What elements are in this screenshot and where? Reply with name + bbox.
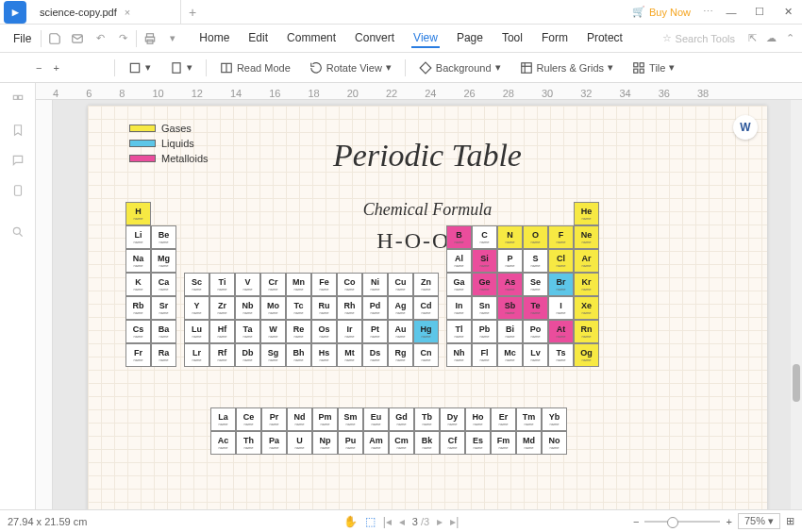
next-page-button[interactable]: ▸	[437, 515, 443, 528]
mail-icon[interactable]	[68, 29, 87, 48]
element-Pd: Pdname	[362, 296, 388, 320]
menu-edit[interactable]: Edit	[246, 29, 270, 48]
element-Lu: Luname	[184, 320, 209, 343]
print-dropdown-icon[interactable]: ▾	[163, 29, 182, 48]
svg-rect-14	[640, 69, 643, 73]
share-icon[interactable]: ⇱	[748, 32, 757, 44]
element-Pa: Paname	[261, 431, 287, 455]
add-tab-button[interactable]: +	[181, 5, 204, 20]
fit-dropdown[interactable]: ▾	[123, 59, 157, 76]
search-tools[interactable]: ☆ Search Tools	[662, 32, 735, 44]
file-menu[interactable]: File	[8, 32, 37, 45]
buy-now-button[interactable]: 🛒 Buy Now	[632, 6, 691, 18]
element-Li: Liname	[125, 225, 151, 249]
last-page-button[interactable]: ▸|	[450, 515, 459, 528]
comment-icon[interactable]	[8, 151, 27, 170]
element-Os: Osname	[311, 320, 337, 343]
svg-rect-11	[634, 62, 638, 66]
horizontal-ruler: 468101214161820222426283032343638	[36, 83, 802, 100]
zoom-in-button[interactable]: +	[53, 62, 58, 74]
rotate-view-button[interactable]: Rotate View ▾	[304, 59, 397, 76]
element-Pr: Prname	[261, 407, 287, 431]
document-tab[interactable]: science-copy.pdf ×	[30, 0, 181, 24]
legend: Gases Liquids Metalloids	[129, 123, 209, 168]
tile-button[interactable]: Tile ▾	[627, 59, 680, 76]
menu-comment[interactable]: Comment	[285, 29, 338, 48]
undo-icon[interactable]: ↶	[91, 29, 109, 48]
element-Y: Yname	[184, 296, 209, 320]
zoom-dropdown[interactable]: 75% ▾	[738, 513, 780, 529]
legend-metalloid-swatch	[129, 155, 156, 162]
menu-view[interactable]: View	[411, 29, 440, 48]
svg-rect-17	[14, 186, 21, 196]
maximize-button[interactable]: ☐	[745, 0, 774, 25]
legend-liquid-swatch	[129, 140, 156, 147]
read-mode-button[interactable]: Read Mode	[214, 59, 296, 76]
menu-convert[interactable]: Convert	[353, 29, 396, 48]
cart-icon: 🛒	[632, 6, 645, 18]
bookmark-icon[interactable]	[8, 121, 27, 140]
element-Sb: Sbname	[497, 296, 523, 320]
element-Tc: Tcname	[286, 296, 311, 320]
select-tool-icon[interactable]: ⬚	[365, 515, 376, 528]
save-icon[interactable]	[45, 29, 64, 48]
svg-rect-12	[640, 62, 643, 66]
hand-tool-icon[interactable]: ✋	[343, 515, 358, 528]
menu-form[interactable]: Form	[540, 29, 570, 48]
zoom-slider[interactable]	[644, 521, 720, 523]
minimize-button[interactable]: —	[717, 0, 745, 25]
settings-icon[interactable]: ⋯	[698, 3, 717, 22]
element-Mo: Moname	[260, 296, 286, 320]
close-tab-icon[interactable]: ×	[125, 7, 130, 18]
element-U: Uname	[287, 431, 312, 455]
element-Ti: Tiname	[209, 273, 235, 296]
element-K: Kname	[125, 273, 151, 296]
page-layout-dropdown[interactable]: ▾	[164, 59, 198, 76]
sidebar	[0, 83, 36, 509]
search-sidebar-icon[interactable]	[8, 223, 27, 241]
word-export-icon[interactable]: W	[733, 115, 758, 140]
zoom-minus-button[interactable]: −	[633, 516, 639, 527]
prev-page-button[interactable]: ◂	[399, 515, 405, 528]
menu-protect[interactable]: Protect	[585, 29, 625, 48]
element-Cm: Cmname	[389, 431, 414, 455]
element-Fl: Flname	[472, 343, 497, 367]
cloud-icon[interactable]: ☁	[766, 32, 777, 44]
scroll-thumb[interactable]	[793, 364, 800, 402]
attachment-icon[interactable]	[8, 181, 27, 200]
element-Ds: Dsname	[362, 343, 388, 367]
element-Rf: Rfname	[209, 343, 235, 367]
close-button[interactable]: ✕	[774, 0, 802, 25]
legend-gas-swatch	[129, 125, 156, 132]
element-In: Inname	[446, 296, 472, 320]
element-Ts: Tsname	[548, 343, 574, 367]
document-canvas[interactable]: W Gases Liquids Metalloids Periodic Tabl…	[53, 100, 802, 509]
menu-tool[interactable]: Tool	[500, 29, 525, 48]
element-Pt: Ptname	[362, 320, 388, 343]
collapse-icon[interactable]: ⌃	[786, 32, 794, 44]
menu-home[interactable]: Home	[197, 29, 231, 48]
vertical-scrollbar[interactable]	[791, 100, 802, 509]
page-indicator[interactable]: 3 /3	[412, 516, 429, 527]
zoom-out-button[interactable]: −	[36, 62, 42, 74]
element-Ba: Baname	[151, 320, 176, 343]
element-Ge: Gename	[472, 273, 497, 296]
element-Hs: Hsname	[311, 343, 337, 367]
print-icon[interactable]	[141, 29, 159, 48]
menu-page[interactable]: Page	[455, 29, 485, 48]
zoom-plus-button[interactable]: +	[726, 516, 731, 527]
element-Co: Coname	[337, 273, 362, 296]
background-button[interactable]: Background ▾	[413, 59, 507, 76]
fit-page-icon[interactable]: ⊞	[786, 515, 794, 527]
document-page: W Gases Liquids Metalloids Periodic Tabl…	[88, 106, 767, 509]
element-N: Nname	[497, 225, 523, 249]
redo-icon[interactable]: ↷	[113, 29, 132, 48]
first-page-button[interactable]: |◂	[383, 515, 392, 528]
element-Dy: Dyname	[440, 407, 465, 431]
element-I: Iname	[548, 296, 574, 320]
element-Na: Naname	[125, 249, 151, 273]
svg-rect-16	[18, 95, 22, 99]
rulers-grids-button[interactable]: Rulers & Grids ▾	[514, 59, 620, 76]
thumbnails-icon[interactable]	[8, 91, 27, 109]
element-Ir: Irname	[337, 320, 362, 343]
